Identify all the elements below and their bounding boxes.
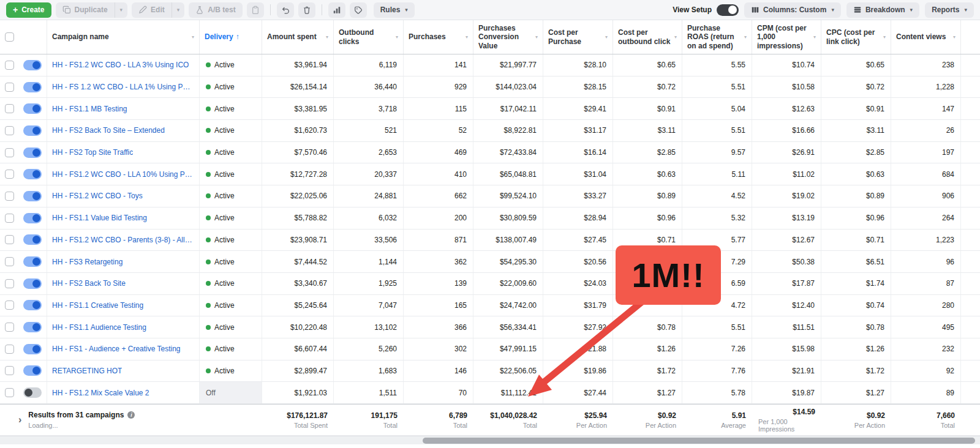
edit-dropdown-caret-icon[interactable]: ▾ bbox=[172, 2, 185, 18]
column-menu-caret-icon: ▾ bbox=[394, 34, 398, 40]
campaign-toggle[interactable] bbox=[23, 191, 42, 201]
row-checkbox[interactable] bbox=[5, 301, 14, 310]
campaign-toggle[interactable] bbox=[23, 103, 42, 114]
campaign-name-link[interactable]: HH - FS1.2 WC CBO - Parents (3-8) - All … bbox=[52, 236, 194, 244]
expand-results-icon[interactable]: › bbox=[18, 415, 21, 425]
metric-cell: $1,921.03 bbox=[262, 382, 334, 403]
campaign-toggle[interactable] bbox=[23, 147, 42, 158]
campaign-toggle[interactable] bbox=[23, 60, 42, 70]
campaign-name-link[interactable]: HH - FS1 - Audience + Creative Testing bbox=[52, 345, 181, 353]
rules-button[interactable]: Rules ▾ bbox=[374, 2, 415, 18]
column-header-purchases[interactable]: Purchases▾ bbox=[404, 20, 473, 54]
campaign-toggle[interactable] bbox=[23, 344, 42, 354]
view-charts-button[interactable] bbox=[328, 2, 345, 18]
view-setup-toggle[interactable] bbox=[717, 4, 739, 16]
column-header-label: Amount spent bbox=[267, 32, 317, 41]
info-icon[interactable]: i bbox=[127, 411, 135, 419]
edit-button[interactable]: Edit bbox=[132, 2, 172, 18]
delete-button[interactable] bbox=[298, 2, 315, 18]
campaign-toggle[interactable] bbox=[23, 125, 42, 136]
campaign-name-link[interactable]: RETARGETING HOT bbox=[52, 367, 122, 375]
column-header-cpm-cost-per-1-000-impressions[interactable]: CPM (cost per 1,000 impressions)▾ bbox=[752, 20, 821, 54]
table-header-row: Campaign name▾Delivery↑Amount spent▾Outb… bbox=[0, 20, 980, 54]
campaign-toggle[interactable] bbox=[23, 82, 42, 92]
campaign-name-link[interactable]: HH - FS1.1 MB Testing bbox=[52, 105, 127, 113]
campaign-toggle[interactable] bbox=[23, 169, 42, 179]
metric-cell: $12,727.28 bbox=[262, 163, 334, 185]
row-checkbox[interactable] bbox=[5, 279, 14, 288]
row-checkbox[interactable] bbox=[5, 148, 14, 157]
row-checkbox[interactable] bbox=[5, 323, 14, 332]
campaign-toggle[interactable] bbox=[23, 213, 42, 223]
breakdown-button[interactable]: Breakdown ▾ bbox=[846, 2, 919, 18]
horizontal-scrollbar-track[interactable] bbox=[0, 436, 980, 444]
column-header-outbound-clicks[interactable]: Outbound clicks▾ bbox=[334, 20, 404, 54]
columns-button[interactable]: Columns: Custom ▾ bbox=[744, 2, 841, 18]
column-menu-caret-icon: ▾ bbox=[812, 34, 816, 40]
column-header-purchase-roas-return-on-ad-spend[interactable]: Purchase ROAS (return on ad spend)▾ bbox=[682, 20, 752, 54]
campaign-toggle[interactable] bbox=[23, 322, 42, 332]
select-all-checkbox[interactable] bbox=[5, 32, 14, 42]
table-row: RETARGETING HOT Active $2,899.47 1,683 1… bbox=[0, 360, 980, 383]
campaign-name-link[interactable]: HH - FS2 Back To Site bbox=[52, 279, 126, 288]
row-checkbox[interactable] bbox=[5, 257, 14, 266]
campaign-name-link[interactable]: HH - FS1.1 Value Bid Testing bbox=[52, 214, 147, 222]
row-checkbox[interactable] bbox=[5, 366, 14, 375]
clipboard-button[interactable] bbox=[247, 2, 264, 18]
row-checkbox[interactable] bbox=[5, 235, 14, 244]
campaign-name-link[interactable]: HH - FS1.2 Mix Scale Value 2 bbox=[52, 389, 149, 397]
metric-cell: $0.96 bbox=[613, 207, 682, 229]
column-header-delivery[interactable]: Delivery↑ bbox=[200, 20, 262, 54]
duplicate-button[interactable]: Duplicate bbox=[56, 2, 115, 18]
footer-delivery-cell bbox=[200, 405, 262, 435]
campaign-toggle[interactable] bbox=[23, 387, 42, 398]
footer-filler bbox=[961, 405, 980, 435]
ab-test-button[interactable]: A/B test bbox=[189, 2, 242, 18]
campaign-name-link[interactable]: HH - FS3 Retargeting bbox=[52, 258, 123, 266]
row-checkbox[interactable] bbox=[5, 388, 14, 397]
metric-cell: 302 bbox=[404, 338, 473, 360]
delivery-label: Active bbox=[214, 83, 235, 91]
campaign-name-link[interactable]: HH - FS1.1 Creative Testing bbox=[52, 301, 143, 310]
campaign-name-link[interactable]: HH - FS1.2 WC CBO - LLA 10% Using Purcha… bbox=[52, 170, 194, 179]
undo-button[interactable] bbox=[277, 2, 294, 18]
column-header-label: Cost per outbound click bbox=[618, 28, 673, 46]
campaign-toggle[interactable] bbox=[23, 365, 42, 376]
metric-cell: $0.74 bbox=[821, 295, 891, 316]
row-checkbox[interactable] bbox=[5, 104, 14, 113]
column-header-cost-per-purchase[interactable]: Cost per Purchase▾ bbox=[543, 20, 613, 54]
column-header-label: Campaign name bbox=[52, 32, 109, 41]
column-header-amount-spent[interactable]: Amount spent▾ bbox=[262, 20, 334, 54]
campaign-name-link[interactable]: HH - FS1.2 WC CBO - LLA 3% Using ICO bbox=[52, 61, 189, 69]
column-header-content-views[interactable]: Content views▾ bbox=[891, 20, 961, 54]
campaign-toggle[interactable] bbox=[23, 256, 42, 267]
row-checkbox[interactable] bbox=[5, 345, 14, 354]
create-button[interactable]: + Create bbox=[6, 2, 51, 18]
results-summary-label: Results from 31 campaigns bbox=[28, 411, 124, 419]
reports-dropdown-caret-icon: ▾ bbox=[964, 7, 967, 13]
row-checkbox[interactable] bbox=[5, 214, 14, 223]
row-checkbox[interactable] bbox=[5, 192, 14, 201]
tag-button[interactable] bbox=[350, 2, 367, 18]
row-checkbox[interactable] bbox=[5, 83, 14, 92]
column-header-campaign-name[interactable]: Campaign name▾ bbox=[47, 20, 200, 54]
row-checkbox[interactable] bbox=[5, 61, 14, 70]
horizontal-scrollbar-thumb[interactable] bbox=[423, 438, 975, 444]
column-header-cost-per-outbound-click[interactable]: Cost per outbound click▾ bbox=[613, 20, 682, 54]
campaign-name-link[interactable]: HH - FS2 Top Site Traffic bbox=[52, 148, 133, 157]
campaign-toggle[interactable] bbox=[23, 278, 42, 289]
metric-cell: $3,340.67 bbox=[262, 273, 334, 294]
column-header-cpc-cost-per-link-click[interactable]: CPC (cost per link click)▾ bbox=[821, 20, 891, 54]
campaign-toggle[interactable] bbox=[23, 300, 42, 310]
reports-button[interactable]: Reports ▾ bbox=[925, 2, 974, 18]
row-checkbox[interactable] bbox=[5, 126, 14, 135]
campaign-name-link[interactable]: HH - FS1.2 WC CBO - Toys bbox=[52, 192, 143, 200]
column-header-purchases-conversion-value[interactable]: Purchases Conversion Value▾ bbox=[473, 20, 543, 54]
row-checkbox[interactable] bbox=[5, 170, 14, 179]
campaign-name-link[interactable]: HH - FS1.1 Audience Testing bbox=[52, 323, 146, 332]
campaign-name-link[interactable]: HH - FS 1.2 WC CBO - LLA 1% Using Purcha… bbox=[52, 83, 194, 91]
duplicate-dropdown-caret-icon[interactable]: ▾ bbox=[115, 2, 128, 18]
campaign-name-link[interactable]: HH - FS2 Back To Site – Extended bbox=[52, 126, 165, 135]
campaign-toggle[interactable] bbox=[23, 234, 42, 245]
metric-cell: 92 bbox=[891, 360, 961, 382]
